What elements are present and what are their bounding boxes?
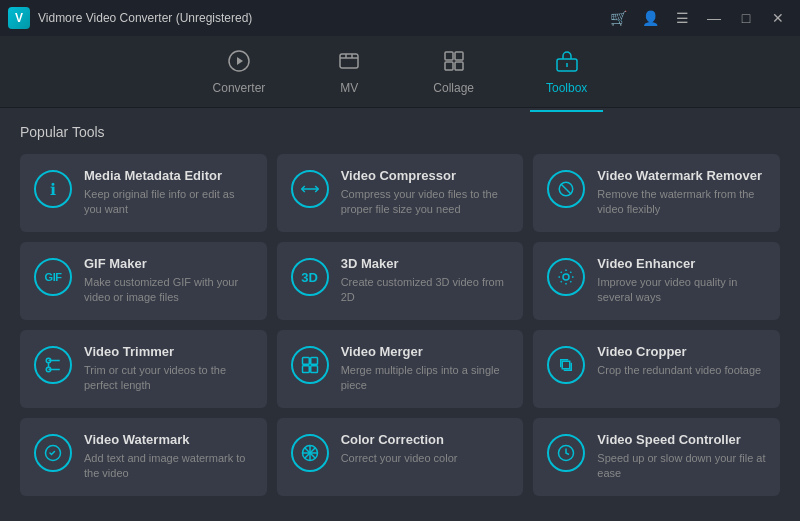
video-trimmer-icon bbox=[34, 346, 72, 384]
video-trimmer-name: Video Trimmer bbox=[84, 344, 253, 359]
tool-video-merger[interactable]: Video Merger Merge multiple clips into a… bbox=[277, 330, 524, 408]
gif-maker-name: GIF Maker bbox=[84, 256, 253, 271]
tab-mv[interactable]: MV bbox=[321, 41, 377, 103]
title-bar-controls: 🛒 👤 ☰ — □ ✕ bbox=[604, 7, 792, 29]
user-icon[interactable]: 👤 bbox=[636, 7, 664, 29]
3d-maker-name: 3D Maker bbox=[341, 256, 510, 271]
main-content: Popular Tools ℹ Media Metadata Editor Ke… bbox=[0, 108, 800, 521]
video-enhancer-name: Video Enhancer bbox=[597, 256, 766, 271]
svg-rect-6 bbox=[455, 62, 463, 70]
video-enhancer-desc: Improve your video quality in several wa… bbox=[597, 275, 766, 306]
svg-line-11 bbox=[561, 184, 572, 195]
video-trimmer-desc: Trim or cut your videos to the perfect l… bbox=[84, 363, 253, 394]
collage-icon bbox=[442, 49, 466, 77]
svg-point-12 bbox=[563, 274, 569, 280]
tool-video-watermark[interactable]: Video Watermark Add text and image water… bbox=[20, 418, 267, 496]
collage-label: Collage bbox=[433, 81, 474, 95]
media-metadata-editor-desc: Keep original file info or edit as you w… bbox=[84, 187, 253, 218]
tool-media-metadata-editor[interactable]: ℹ Media Metadata Editor Keep original fi… bbox=[20, 154, 267, 232]
video-compressor-desc: Compress your video files to the proper … bbox=[341, 187, 510, 218]
gif-maker-desc: Make customized GIF with your video or i… bbox=[84, 275, 253, 306]
video-watermark-remover-desc: Remove the watermark from the video flex… bbox=[597, 187, 766, 218]
color-correction-desc: Correct your video color bbox=[341, 451, 510, 466]
color-correction-name: Color Correction bbox=[341, 432, 510, 447]
menu-icon[interactable]: ☰ bbox=[668, 7, 696, 29]
converter-label: Converter bbox=[213, 81, 266, 95]
video-enhancer-icon bbox=[547, 258, 585, 296]
tool-color-correction[interactable]: Color Correction Correct your video colo… bbox=[277, 418, 524, 496]
close-button[interactable]: ✕ bbox=[764, 7, 792, 29]
maximize-button[interactable]: □ bbox=[732, 7, 760, 29]
video-watermark-icon bbox=[34, 434, 72, 472]
video-watermark-remover-name: Video Watermark Remover bbox=[597, 168, 766, 183]
svg-rect-20 bbox=[563, 361, 571, 369]
tool-video-watermark-remover[interactable]: Video Watermark Remover Remove the water… bbox=[533, 154, 780, 232]
toolbox-label: Toolbox bbox=[546, 81, 587, 95]
video-merger-icon bbox=[291, 346, 329, 384]
svg-rect-18 bbox=[302, 366, 309, 373]
3d-maker-icon: 3D bbox=[291, 258, 329, 296]
video-compressor-icon bbox=[291, 170, 329, 208]
app-title: Vidmore Video Converter (Unregistered) bbox=[38, 11, 252, 25]
video-merger-name: Video Merger bbox=[341, 344, 510, 359]
video-speed-controller-icon bbox=[547, 434, 585, 472]
video-cropper-name: Video Cropper bbox=[597, 344, 766, 359]
toolbox-icon bbox=[555, 49, 579, 77]
svg-rect-16 bbox=[302, 358, 309, 365]
video-speed-controller-name: Video Speed Controller bbox=[597, 432, 766, 447]
tool-video-compressor[interactable]: Video Compressor Compress your video fil… bbox=[277, 154, 524, 232]
app-logo: V bbox=[8, 7, 30, 29]
converter-icon bbox=[227, 49, 251, 77]
svg-rect-17 bbox=[310, 358, 317, 365]
svg-marker-1 bbox=[237, 57, 243, 65]
video-cropper-desc: Crop the redundant video footage bbox=[597, 363, 766, 378]
mv-label: MV bbox=[340, 81, 358, 95]
video-cropper-icon bbox=[547, 346, 585, 384]
3d-maker-desc: Create customized 3D video from 2D bbox=[341, 275, 510, 306]
cart-icon[interactable]: 🛒 bbox=[604, 7, 632, 29]
color-correction-icon bbox=[291, 434, 329, 472]
tool-3d-maker[interactable]: 3D 3D Maker Create customized 3D video f… bbox=[277, 242, 524, 320]
svg-rect-4 bbox=[455, 52, 463, 60]
video-watermark-name: Video Watermark bbox=[84, 432, 253, 447]
tab-collage[interactable]: Collage bbox=[417, 41, 490, 103]
video-compressor-name: Video Compressor bbox=[341, 168, 510, 183]
svg-rect-19 bbox=[310, 366, 317, 373]
media-metadata-editor-icon: ℹ bbox=[34, 170, 72, 208]
tab-converter[interactable]: Converter bbox=[197, 41, 282, 103]
media-metadata-editor-name: Media Metadata Editor bbox=[84, 168, 253, 183]
tool-video-enhancer[interactable]: Video Enhancer Improve your video qualit… bbox=[533, 242, 780, 320]
tool-video-cropper[interactable]: Video Cropper Crop the redundant video f… bbox=[533, 330, 780, 408]
title-bar-left: V Vidmore Video Converter (Unregistered) bbox=[8, 7, 252, 29]
tools-grid: ℹ Media Metadata Editor Keep original fi… bbox=[20, 154, 780, 496]
tab-toolbox[interactable]: Toolbox bbox=[530, 41, 603, 103]
title-bar: V Vidmore Video Converter (Unregistered)… bbox=[0, 0, 800, 36]
gif-maker-icon: GIF bbox=[34, 258, 72, 296]
minimize-button[interactable]: — bbox=[700, 7, 728, 29]
video-watermark-desc: Add text and image watermark to the vide… bbox=[84, 451, 253, 482]
tool-video-trimmer[interactable]: Video Trimmer Trim or cut your videos to… bbox=[20, 330, 267, 408]
video-speed-controller-desc: Speed up or slow down your file at ease bbox=[597, 451, 766, 482]
svg-rect-2 bbox=[340, 54, 358, 68]
svg-rect-3 bbox=[445, 52, 453, 60]
svg-rect-5 bbox=[445, 62, 453, 70]
tool-gif-maker[interactable]: GIF GIF Maker Make customized GIF with y… bbox=[20, 242, 267, 320]
section-title: Popular Tools bbox=[20, 124, 780, 140]
mv-icon bbox=[337, 49, 361, 77]
video-merger-desc: Merge multiple clips into a single piece bbox=[341, 363, 510, 394]
nav-bar: Converter MV Collage bbox=[0, 36, 800, 108]
video-watermark-remover-icon bbox=[547, 170, 585, 208]
tool-video-speed-controller[interactable]: Video Speed Controller Speed up or slow … bbox=[533, 418, 780, 496]
